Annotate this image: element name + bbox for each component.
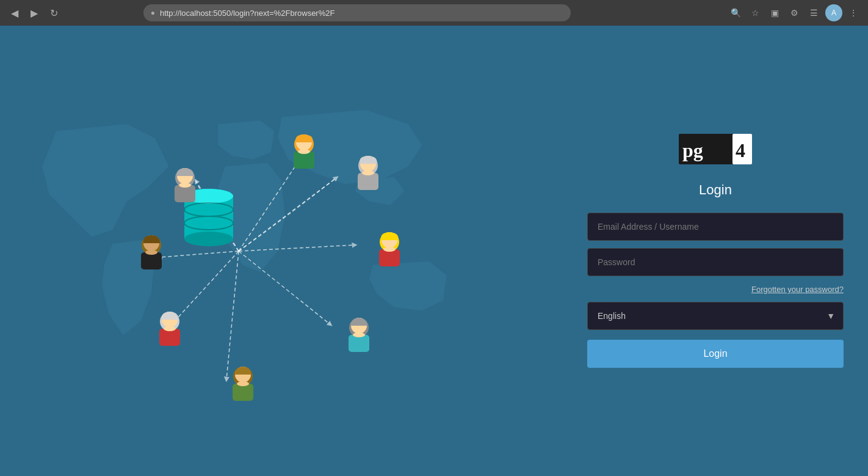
svg-point-38 bbox=[164, 326, 176, 331]
screenshot-button[interactable]: ▣ bbox=[767, 4, 784, 21]
svg-point-18 bbox=[298, 149, 310, 154]
svg-line-5 bbox=[239, 178, 336, 251]
person-2 bbox=[352, 153, 385, 193]
url-display: http://localhost:5050/login?next=%2Fbrow… bbox=[160, 9, 335, 18]
forward-button[interactable]: ▶ bbox=[26, 4, 43, 21]
login-card: pg 4 Login Forgotten your password? bbox=[587, 134, 844, 368]
svg-point-13 bbox=[184, 232, 233, 246]
lock-icon: ● bbox=[151, 9, 155, 17]
left-panel bbox=[0, 26, 563, 476]
svg-text:4: 4 bbox=[736, 139, 745, 161]
email-group bbox=[587, 213, 844, 241]
email-input[interactable] bbox=[587, 213, 844, 241]
main-content: pg 4 Login Forgotten your password? bbox=[0, 26, 868, 476]
person-3 bbox=[373, 230, 407, 269]
more-button[interactable]: ⋮ bbox=[845, 4, 862, 21]
logo-svg: pg 4 bbox=[679, 134, 752, 167]
illustration bbox=[98, 98, 465, 404]
person-7 bbox=[135, 233, 168, 273]
pgadmin-logo: pg 4 bbox=[679, 134, 752, 170]
svg-rect-45 bbox=[175, 185, 195, 202]
svg-point-34 bbox=[237, 381, 249, 386]
person-4 bbox=[342, 315, 376, 355]
svg-line-7 bbox=[239, 251, 330, 324]
sidebar-button[interactable]: ☰ bbox=[806, 4, 823, 21]
zoom-button[interactable]: 🔍 bbox=[728, 4, 745, 21]
svg-text:pg: pg bbox=[682, 139, 703, 161]
person-6 bbox=[153, 309, 187, 349]
svg-point-30 bbox=[353, 332, 365, 337]
person-1 bbox=[288, 132, 321, 172]
person-8 bbox=[168, 166, 202, 205]
svg-rect-29 bbox=[349, 335, 369, 352]
svg-rect-21 bbox=[358, 173, 378, 190]
svg-rect-41 bbox=[141, 252, 162, 269]
svg-line-3 bbox=[226, 251, 239, 379]
svg-rect-17 bbox=[294, 152, 314, 169]
svg-rect-33 bbox=[233, 384, 253, 401]
svg-rect-25 bbox=[379, 249, 400, 266]
right-panel: pg 4 Login Forgotten your password? bbox=[563, 26, 868, 476]
person-5 bbox=[226, 364, 260, 404]
language-select[interactable]: English French German Japanese Chinese (… bbox=[587, 302, 844, 330]
browser-chrome: ◀ ▶ ↻ ● http://localhost:5050/login?next… bbox=[0, 0, 868, 26]
login-title: Login bbox=[587, 182, 844, 198]
bookmark-button[interactable]: ☆ bbox=[747, 4, 764, 21]
svg-line-4 bbox=[239, 159, 300, 251]
logo-container: pg 4 bbox=[587, 134, 844, 170]
svg-point-22 bbox=[362, 170, 374, 175]
svg-point-26 bbox=[383, 247, 396, 252]
address-bar: ● http://localhost:5050/login?next=%2Fbr… bbox=[143, 4, 571, 21]
svg-line-6 bbox=[239, 245, 355, 251]
forgot-password-section: Forgotten your password? bbox=[587, 284, 844, 295]
password-group bbox=[587, 248, 844, 276]
back-button[interactable]: ◀ bbox=[6, 4, 23, 21]
profile-button[interactable]: A bbox=[825, 4, 842, 21]
language-selector-wrapper: English French German Japanese Chinese (… bbox=[587, 302, 844, 330]
svg-point-46 bbox=[179, 183, 191, 188]
login-button[interactable]: Login bbox=[587, 340, 844, 368]
password-input[interactable] bbox=[587, 248, 844, 276]
nav-buttons: ◀ ▶ ↻ bbox=[6, 4, 62, 21]
extensions-button[interactable]: ⚙ bbox=[786, 4, 803, 21]
browser-actions: 🔍 ☆ ▣ ⚙ ☰ A ⋮ bbox=[728, 4, 862, 21]
forgot-password-link[interactable]: Forgotten your password? bbox=[751, 285, 844, 294]
svg-rect-37 bbox=[159, 329, 180, 346]
svg-point-42 bbox=[145, 250, 157, 255]
refresh-button[interactable]: ↻ bbox=[45, 4, 62, 21]
